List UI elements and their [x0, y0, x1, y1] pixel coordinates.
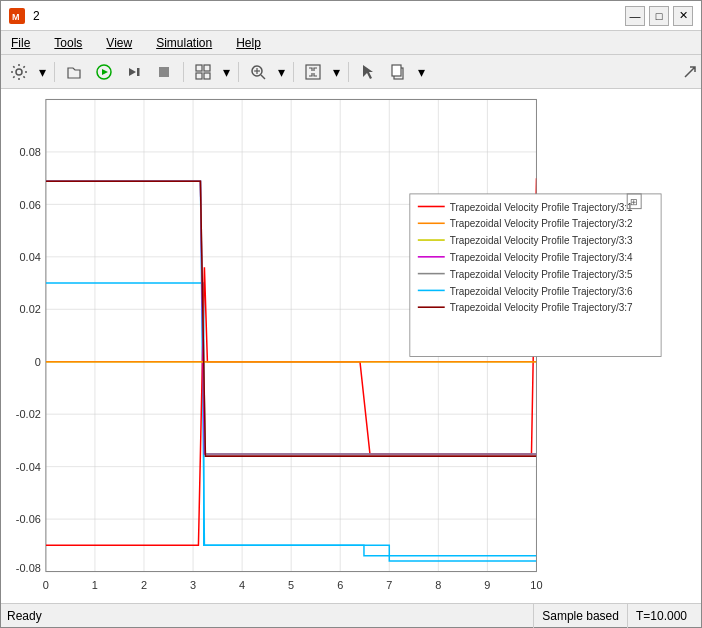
zoom-dropdown[interactable]: ▾ [274, 59, 288, 85]
status-right: Sample based T=10.000 [533, 604, 695, 628]
time-label: T=10.000 [627, 604, 695, 628]
open-button[interactable] [60, 59, 88, 85]
svg-rect-16 [306, 65, 320, 79]
title-bar-controls: — □ ✕ [625, 6, 693, 26]
sample-based-label: Sample based [533, 604, 627, 628]
svg-text:-0.06: -0.06 [16, 513, 41, 525]
svg-text:3: 3 [190, 579, 196, 591]
svg-text:1: 1 [92, 579, 98, 591]
menu-bar: File Tools View Simulation Help [1, 31, 701, 55]
svg-marker-17 [363, 65, 373, 79]
toolbar: ▾ [1, 55, 701, 89]
svg-text:0: 0 [35, 356, 41, 368]
svg-text:Trapezoidal Velocity Profile T: Trapezoidal Velocity Profile Trajectory/… [450, 252, 633, 263]
minimize-button[interactable]: — [625, 6, 645, 26]
svg-text:8: 8 [435, 579, 441, 591]
layout-dropdown[interactable]: ▾ [219, 59, 233, 85]
svg-marker-4 [102, 69, 108, 75]
svg-marker-5 [129, 68, 136, 76]
title-bar: M 2 — □ ✕ [1, 1, 701, 31]
separator-5 [348, 62, 349, 82]
svg-text:Trapezoidal Velocity Profile T: Trapezoidal Velocity Profile Trajectory/… [450, 285, 633, 296]
menu-view[interactable]: View [100, 34, 138, 52]
stop-button[interactable] [150, 59, 178, 85]
status-bar: Ready Sample based T=10.000 [1, 603, 701, 627]
svg-text:4: 4 [239, 579, 245, 591]
svg-text:-0.08: -0.08 [16, 561, 41, 573]
svg-rect-19 [392, 65, 401, 76]
settings-dropdown[interactable]: ▾ [35, 59, 49, 85]
svg-point-2 [16, 69, 22, 75]
fit-dropdown[interactable]: ▾ [329, 59, 343, 85]
svg-text:2: 2 [141, 579, 147, 591]
svg-text:0.04: 0.04 [20, 251, 41, 263]
cursor-button[interactable] [354, 59, 382, 85]
separator-2 [183, 62, 184, 82]
copy-dropdown[interactable]: ▾ [414, 59, 428, 85]
svg-rect-11 [204, 73, 210, 79]
separator-1 [54, 62, 55, 82]
svg-rect-9 [204, 65, 210, 71]
menu-help[interactable]: Help [230, 34, 267, 52]
main-window: M 2 — □ ✕ File Tools View Simulation Hel… [0, 0, 702, 628]
window-title: 2 [33, 9, 40, 23]
svg-text:0.02: 0.02 [20, 303, 41, 315]
ready-status: Ready [7, 609, 42, 623]
layout-button[interactable] [189, 59, 217, 85]
separator-3 [238, 62, 239, 82]
menu-file[interactable]: File [5, 34, 36, 52]
svg-line-13 [261, 75, 265, 79]
svg-text:M: M [12, 12, 20, 22]
svg-text:Trapezoidal Velocity Profile T: Trapezoidal Velocity Profile Trajectory/… [450, 269, 633, 280]
maximize-button[interactable]: □ [649, 6, 669, 26]
svg-text:0: 0 [43, 579, 49, 591]
svg-text:10: 10 [530, 579, 542, 591]
svg-text:-0.02: -0.02 [16, 408, 41, 420]
svg-text:Trapezoidal Velocity Profile T: Trapezoidal Velocity Profile Trajectory/… [450, 235, 633, 246]
settings-button[interactable] [5, 59, 33, 85]
step-button[interactable] [120, 59, 148, 85]
arrow-icon [683, 65, 697, 79]
chart-container: 0 1 2 3 4 5 6 7 8 9 10 0.08 0.06 0.04 0.… [1, 89, 701, 603]
svg-text:0.06: 0.06 [20, 198, 41, 210]
menu-simulation[interactable]: Simulation [150, 34, 218, 52]
svg-text:9: 9 [484, 579, 490, 591]
svg-rect-6 [137, 68, 140, 76]
svg-text:5: 5 [288, 579, 294, 591]
menu-tools[interactable]: Tools [48, 34, 88, 52]
copy-button[interactable] [384, 59, 412, 85]
svg-rect-7 [159, 67, 169, 77]
svg-text:-0.04: -0.04 [16, 461, 41, 473]
chart-svg: 0 1 2 3 4 5 6 7 8 9 10 0.08 0.06 0.04 0.… [1, 89, 701, 603]
svg-text:Trapezoidal Velocity Profile T: Trapezoidal Velocity Profile Trajectory/… [450, 302, 633, 313]
svg-text:Trapezoidal Velocity Profile T: Trapezoidal Velocity Profile Trajectory/… [450, 218, 633, 229]
svg-text:⊞: ⊞ [630, 197, 638, 207]
svg-text:Trapezoidal Velocity Profile T: Trapezoidal Velocity Profile Trajectory/… [450, 201, 633, 212]
close-button[interactable]: ✕ [673, 6, 693, 26]
svg-text:6: 6 [337, 579, 343, 591]
separator-4 [293, 62, 294, 82]
play-button[interactable] [90, 59, 118, 85]
svg-text:7: 7 [386, 579, 392, 591]
svg-text:0.08: 0.08 [20, 146, 41, 158]
svg-rect-10 [196, 73, 202, 79]
app-icon: M [9, 8, 25, 24]
fit-button[interactable] [299, 59, 327, 85]
zoom-button[interactable] [244, 59, 272, 85]
svg-rect-8 [196, 65, 202, 71]
title-bar-left: M 2 [9, 8, 40, 24]
